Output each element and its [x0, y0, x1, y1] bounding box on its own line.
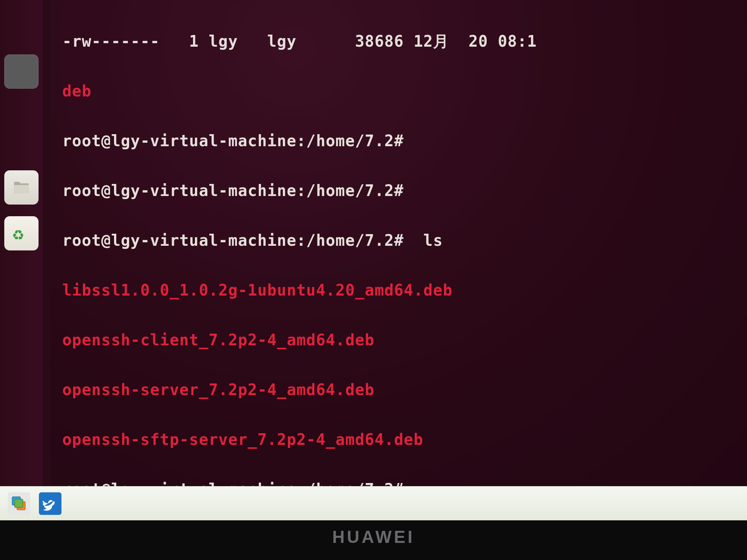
terminal-window[interactable]: -rw------- 1 lgy lgy 38686 12月 20 08:1 d…	[51, 0, 747, 486]
file-listing: openssh-server_7.2p2-4_amd64.deb	[62, 377, 743, 402]
ls-command: ls	[423, 231, 443, 249]
monitor-bezel: HUAWEI	[0, 520, 747, 560]
host-taskbar	[0, 486, 747, 520]
thunderbird-icon[interactable]	[39, 492, 61, 515]
file-listing: openssh-client_7.2p2-4_amd64.deb	[62, 327, 743, 352]
launcher-item-generic[interactable]	[4, 54, 39, 89]
files-icon[interactable]	[4, 170, 39, 205]
recycle-icon	[12, 224, 30, 242]
prompt-line: root@lgy-virtual-machine:/home/7.2#	[62, 178, 743, 203]
prompt-ls-line: root@lgy-virtual-machine:/home/7.2# ls	[62, 228, 743, 253]
trash-icon[interactable]	[4, 216, 39, 250]
launcher-bar	[0, 0, 43, 486]
svg-rect-2	[15, 499, 23, 507]
vm-boxes-icon	[11, 495, 27, 512]
folder-icon	[12, 178, 31, 197]
file-listing: libssl1.0.0_1.0.2g-1ubuntu4.20_amd64.deb	[62, 278, 743, 303]
prompt-line: root@lgy-virtual-machine:/home/7.2#	[62, 128, 743, 153]
ls-long-line: -rw------- 1 lgy lgy 38686 12月 20 08:1	[62, 29, 743, 54]
file-listing: openssh-sftp-server_7.2p2-4_amd64.deb	[62, 427, 743, 452]
vmware-workstation-icon[interactable]	[8, 492, 30, 515]
brand-label: HUAWEI	[332, 527, 415, 547]
apps-grid-icon[interactable]	[8, 402, 35, 429]
deb-continuation: deb	[62, 79, 743, 103]
bird-icon	[42, 496, 58, 511]
